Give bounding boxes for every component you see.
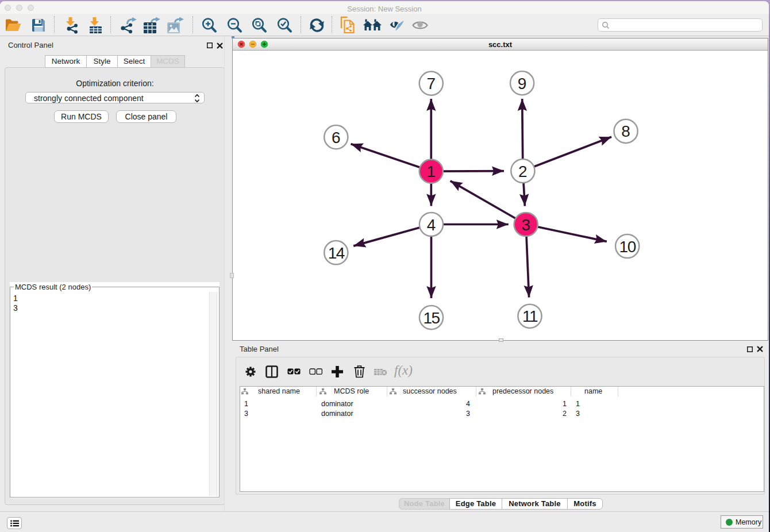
svg-text:4: 4 <box>427 216 436 234</box>
svg-text:11: 11 <box>522 307 538 325</box>
svg-text:10: 10 <box>619 238 636 256</box>
svg-text:7: 7 <box>427 75 436 92</box>
svg-text:9: 9 <box>518 75 527 92</box>
svg-text:15: 15 <box>423 309 440 327</box>
svg-text:2: 2 <box>518 163 528 180</box>
svg-text:8: 8 <box>621 122 630 140</box>
svg-text:6: 6 <box>332 129 341 147</box>
svg-text:3: 3 <box>521 216 530 234</box>
svg-text:1: 1 <box>427 163 436 180</box>
svg-text:14: 14 <box>328 244 345 262</box>
